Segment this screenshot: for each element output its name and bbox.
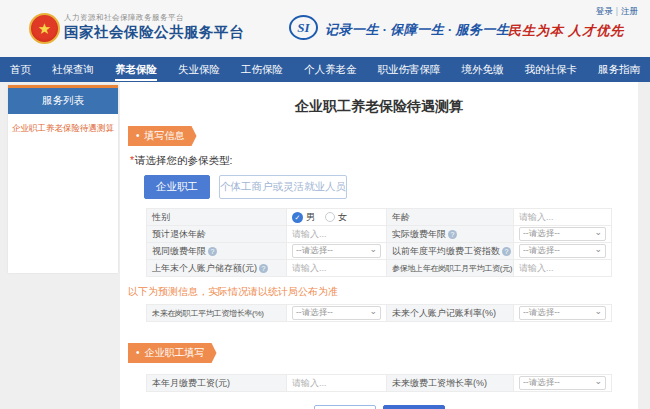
help-icon[interactable]: [502, 247, 511, 256]
action-buttons: 重置 计算: [120, 405, 638, 409]
calculate-button[interactable]: 计算: [383, 405, 445, 409]
actual-years-label: 实际缴费年限: [392, 229, 446, 239]
section-badge-enterprise-fill: 企业职工填写: [128, 343, 217, 363]
local-avg-wage-input[interactable]: [519, 263, 602, 273]
auth-links: 登录|注册: [596, 6, 638, 18]
radio-checked-icon: [292, 212, 303, 223]
gender-label: 性别: [152, 212, 170, 222]
age-input[interactable]: [519, 212, 602, 222]
account-balance-label: 上年末个人账户储存额(元): [152, 263, 257, 273]
national-emblem-icon: ★: [29, 13, 60, 44]
retire-age-input[interactable]: [292, 229, 377, 239]
sidebar: 服务列表 企业职工养老保险待遇测算: [8, 85, 118, 273]
nav-item-service-guide[interactable]: 服务指南: [598, 57, 640, 82]
gender-radio-female[interactable]: 女: [325, 211, 347, 224]
tab-flexible-employment[interactable]: 个体工商户或灵活就业人员: [219, 175, 347, 199]
deemed-years-select[interactable]: --请选择--: [292, 244, 381, 258]
main-panel: 企业职工养老保险待遇测算 填写信息 *请选择您的参保类型: 企业职工 个体工商户…: [120, 82, 638, 409]
future-wage-growth-select[interactable]: --请选择--: [292, 306, 381, 320]
body-area: 服务列表 企业职工养老保险待遇测算 企业职工养老保险待遇测算 填写信息 *请选择…: [0, 82, 650, 409]
help-icon[interactable]: [259, 264, 268, 273]
table-row: 视同缴费年限 --请选择-- 以前年度平均缴费工资指数 --请选择--: [147, 243, 612, 260]
section-badge-fill-info: 填写信息: [128, 126, 197, 146]
tab-enterprise-employee[interactable]: 企业职工: [144, 175, 210, 199]
nav-item-personal-pension[interactable]: 个人养老金: [304, 57, 357, 82]
deemed-years-label: 视同缴费年限: [152, 246, 206, 256]
table-row: 未来在岗职工平均工资增长率(%) --请选择-- 未来个人账户记账利率(%) -…: [147, 305, 612, 322]
login-link[interactable]: 登录: [596, 6, 613, 16]
current-month-wage-label: 本年月缴费工资(元): [152, 378, 230, 388]
local-avg-wage-label: 参保地上年在岗职工月平均工资(元): [392, 264, 512, 273]
wage-index-label: 以前年度平均缴费工资指数: [392, 246, 500, 256]
table-row: 性别 男 女 年龄: [147, 209, 612, 226]
nav-item-occupational-injury[interactable]: 职业伤害保障: [378, 57, 441, 82]
future-pay-growth-select[interactable]: --请选择--: [519, 376, 606, 390]
future-pay-growth-label: 未来缴费工资增长率(%): [392, 378, 487, 388]
reset-button[interactable]: 重置: [314, 405, 376, 409]
page: ★ 人力资源和社会保障政务服务平台 国家社会保险公共服务平台 SI 记录一生 ·…: [0, 0, 650, 409]
future-interest-rate-select[interactable]: --请选择--: [519, 306, 606, 320]
nav-item-social-insurance-query[interactable]: 社保查询: [52, 57, 94, 82]
actual-years-select[interactable]: --请选择--: [519, 227, 606, 241]
account-balance-input[interactable]: [292, 263, 377, 273]
nav-item-my-social-card[interactable]: 我的社保卡: [525, 57, 578, 82]
table-row: 上年末个人账户储存额(元) 参保地上年在岗职工月平均工资(元): [147, 260, 612, 277]
future-interest-rate-label: 未来个人账户记账利率(%): [392, 308, 496, 318]
wage-index-select[interactable]: --请选择--: [519, 244, 606, 258]
page-title: 企业职工养老保险待遇测算: [120, 98, 638, 116]
forecast-table: 未来在岗职工平均工资增长率(%) --请选择-- 未来个人账户记账利率(%) -…: [146, 304, 612, 322]
forecast-note: 以下为预测信息，实际情况请以统计局公布为准: [128, 285, 638, 299]
insured-type-label: *请选择您的参保类型:: [130, 154, 638, 168]
nav-item-work-injury-insurance[interactable]: 工伤保险: [241, 57, 283, 82]
nav-item-unemployment-insurance[interactable]: 失业保险: [178, 57, 220, 82]
slogan-blue: 记录一生 · 保障一生 · 服务一生: [325, 21, 510, 39]
sidebar-item-pension-calculator[interactable]: 企业职工养老保险待遇测算: [8, 114, 118, 144]
basic-info-table: 性别 男 女 年龄: [146, 208, 612, 277]
nav-item-pension-insurance[interactable]: 养老保险: [115, 57, 157, 82]
si-logo-icon: SI: [289, 15, 318, 40]
nav-item-overseas-exemption[interactable]: 境外免缴: [462, 57, 504, 82]
main-nav: 首页 社保查询 养老保险 失业保险 工伤保险 个人养老金 职业伤害保障 境外免缴…: [0, 57, 650, 82]
sidebar-title: 服务列表: [8, 88, 118, 114]
slogan-red: 民生为本 人才优先: [508, 22, 624, 40]
site-title: 国家社会保险公共服务平台: [64, 23, 244, 42]
auth-separator: |: [616, 6, 618, 16]
retire-age-label: 预计退休年龄: [152, 229, 206, 239]
gender-radio-male[interactable]: 男: [292, 211, 315, 224]
required-mark: *: [130, 154, 134, 166]
future-wage-growth-label: 未来在岗职工平均工资增长率(%): [152, 309, 264, 318]
table-row: 本年月缴费工资(元) 未来缴费工资增长率(%) --请选择--: [147, 375, 612, 392]
gender-radio-group: 男 女: [292, 211, 381, 224]
insured-type-tabs: 企业职工 个体工商户或灵活就业人员: [144, 175, 638, 199]
nav-item-home[interactable]: 首页: [10, 57, 31, 82]
gov-platform-subtitle: 人力资源和社会保障政务服务平台: [64, 13, 184, 23]
table-row: 预计退休年龄 实际缴费年限 --请选择--: [147, 226, 612, 243]
help-icon[interactable]: [448, 230, 457, 239]
radio-unchecked-icon: [325, 212, 335, 222]
current-month-wage-input[interactable]: [292, 378, 377, 388]
age-label: 年龄: [392, 212, 410, 222]
enterprise-table: 本年月缴费工资(元) 未来缴费工资增长率(%) --请选择--: [146, 374, 612, 392]
top-header: ★ 人力资源和社会保障政务服务平台 国家社会保险公共服务平台 SI 记录一生 ·…: [0, 0, 650, 57]
register-link[interactable]: 注册: [621, 6, 638, 16]
help-icon[interactable]: [208, 247, 217, 256]
